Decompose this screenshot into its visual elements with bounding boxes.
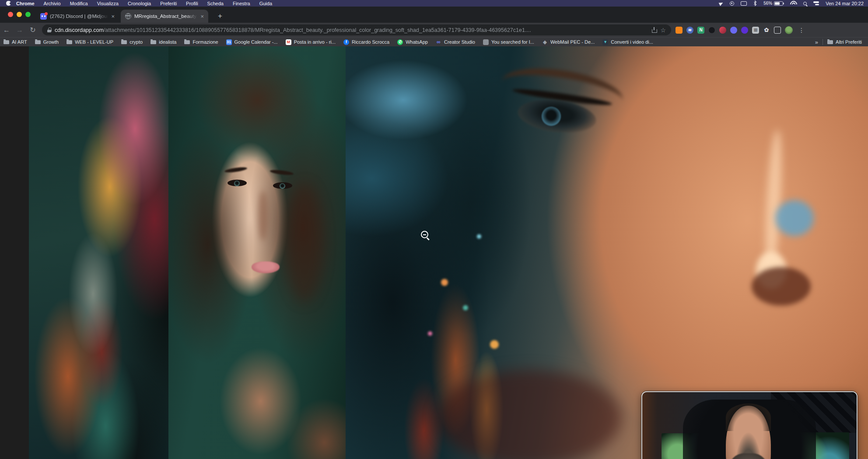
- art-shape: [252, 261, 280, 273]
- close-window-button[interactable]: [8, 12, 13, 17]
- display-icon[interactable]: [741, 1, 747, 6]
- bookmark-label: Formazione: [192, 39, 218, 45]
- indigo-extension-icon[interactable]: [730, 27, 737, 34]
- bookmark-label: idealista: [159, 39, 176, 45]
- bookmark-creator-studio[interactable]: ∞Creator Studio: [436, 39, 475, 45]
- discord-favicon: [40, 13, 47, 20]
- location-services-icon[interactable]: [719, 1, 724, 6]
- new-tab-button[interactable]: +: [215, 11, 225, 21]
- meta-icon: ∞: [436, 39, 441, 45]
- art-shape: [228, 180, 247, 186]
- art-shape: [490, 340, 499, 349]
- bookmark-google-calendar[interactable]: 31Google Calendar -...: [226, 39, 278, 45]
- extensions-puzzle-icon[interactable]: ✿: [763, 27, 770, 34]
- bookmark-converti-video[interactable]: ▼Converti i video di...: [602, 39, 653, 45]
- folder-icon: [827, 40, 833, 44]
- bookmarks-bar: AI ART Growth WEB - LEVEL-UP crypto idea…: [0, 37, 868, 46]
- share-icon[interactable]: [651, 27, 657, 33]
- minimize-window-button[interactable]: [17, 12, 22, 17]
- gmail-icon: M: [286, 39, 291, 45]
- bookmark-webmail-pec[interactable]: ◆WebMail PEC - De...: [542, 39, 595, 45]
- folder-icon: [121, 40, 127, 44]
- menu-finestra[interactable]: Finestra: [233, 1, 250, 6]
- menu-archivio[interactable]: Archivio: [44, 1, 61, 6]
- art-shape: [775, 200, 814, 236]
- art-shape: [286, 184, 323, 302]
- webcam-overlay[interactable]: [641, 391, 858, 459]
- back-button[interactable]: ←: [0, 26, 13, 34]
- extensions-area: ≋ N ⊞ ✿ ⋮: [676, 26, 808, 34]
- folder-icon: [4, 40, 9, 44]
- menu-scheda[interactable]: Scheda: [207, 1, 224, 6]
- bookmark-facebook[interactable]: fRiccardo Scrocca: [343, 39, 389, 45]
- chrome-toolbar: ← → ↻ cdn.discordapp.com/attachments/101…: [0, 23, 868, 37]
- bookmark-you-searched[interactable]: You searched for I...: [483, 39, 534, 45]
- metamask-extension-icon[interactable]: [676, 27, 682, 34]
- tab-discord[interactable]: (2762) Discord | @Midjourney ×: [36, 10, 119, 23]
- menu-preferiti[interactable]: Preferiti: [160, 1, 177, 6]
- bookmark-ai-art[interactable]: AI ART: [4, 39, 27, 45]
- bookmark-star-icon[interactable]: ☆: [660, 27, 666, 34]
- bookmark-label: WEB - LEVEL-UP: [75, 39, 113, 45]
- violet-extension-icon[interactable]: [741, 27, 748, 34]
- menu-guida[interactable]: Guida: [259, 1, 272, 6]
- apple-logo-icon[interactable]: [6, 1, 11, 6]
- menu-visualizza[interactable]: Visualizza: [97, 1, 119, 6]
- url-text[interactable]: cdn.discordapp.com/attachments/101351233…: [55, 27, 648, 33]
- menu-modifica[interactable]: Modifica: [70, 1, 88, 6]
- battery-icon: [774, 1, 783, 6]
- profile-avatar[interactable]: [785, 26, 793, 34]
- tab-image-attachment[interactable]: MRregista_Abstract_beauty._ ×: [121, 10, 208, 23]
- menubar-clock[interactable]: Ven 24 mar 20:22: [826, 1, 864, 6]
- facebook-icon: f: [343, 39, 349, 45]
- google-calendar-icon: 31: [226, 39, 232, 45]
- other-bookmarks[interactable]: Altri Preferiti: [827, 39, 862, 45]
- address-bar[interactable]: cdn.discordapp.com/attachments/101351233…: [42, 24, 671, 35]
- n-extension-icon[interactable]: N: [697, 27, 704, 34]
- converter-icon: ▼: [602, 39, 608, 45]
- bookmark-web-level-up[interactable]: WEB - LEVEL-UP: [66, 39, 113, 45]
- art-shape: [463, 305, 468, 310]
- fullscreen-window-button[interactable]: [25, 12, 31, 17]
- art-shape: [273, 182, 292, 189]
- forward-button[interactable]: →: [13, 26, 26, 34]
- chrome-menu-icon[interactable]: ⋮: [798, 27, 805, 34]
- tab-title: (2762) Discord | @Midjourney: [50, 14, 108, 19]
- menu-profili[interactable]: Profili: [186, 1, 198, 6]
- zoom-out-cursor: [421, 231, 428, 238]
- page-content: [0, 46, 868, 459]
- wifi-icon[interactable]: [790, 1, 797, 6]
- bookmarks-overflow-chevron[interactable]: »: [815, 39, 818, 45]
- lock-icon[interactable]: [47, 28, 51, 32]
- bluetooth-icon[interactable]: [753, 0, 757, 6]
- screen-record-icon[interactable]: [730, 1, 734, 6]
- close-tab-icon[interactable]: ×: [200, 13, 204, 20]
- screen: Chrome Archivio Modifica Visualizza Cron…: [0, 0, 868, 459]
- bookmark-label: crypto: [130, 39, 143, 45]
- battery-status[interactable]: 56%: [763, 1, 783, 6]
- bookmark-crypto[interactable]: crypto: [121, 39, 143, 45]
- control-center-icon[interactable]: [813, 1, 819, 6]
- menu-chrome[interactable]: Chrome: [16, 1, 35, 6]
- spotlight-search-icon[interactable]: [803, 2, 807, 5]
- dark-extension-icon[interactable]: [708, 27, 715, 34]
- bookmark-label: WhatsApp: [406, 39, 428, 45]
- art-shape: [441, 279, 448, 286]
- chrome-tab-strip: (2762) Discord | @Midjourney × MRregista…: [0, 7, 868, 23]
- blue-extension-icon[interactable]: ≋: [686, 27, 693, 34]
- bookmark-label: WebMail PEC - De...: [550, 39, 595, 45]
- reload-button[interactable]: ↻: [26, 26, 39, 34]
- art-shape: [270, 169, 294, 176]
- bookmark-whatsapp[interactable]: ✆WhatsApp: [397, 39, 428, 45]
- grid-extension-icon[interactable]: ⊞: [752, 27, 759, 34]
- menu-cronologia[interactable]: Cronologia: [128, 1, 151, 6]
- bookmark-formazione[interactable]: Formazione: [184, 39, 218, 45]
- close-tab-icon[interactable]: ×: [111, 13, 115, 20]
- side-panel-icon[interactable]: [774, 27, 781, 34]
- bookmark-idealista[interactable]: idealista: [150, 39, 176, 45]
- bookmark-gmail[interactable]: MPosta in arrivo - ri...: [286, 39, 336, 45]
- red-extension-icon[interactable]: [719, 27, 726, 34]
- webmail-icon: ◆: [542, 39, 548, 45]
- tab-title: MRregista_Abstract_beauty._: [134, 14, 197, 19]
- bookmark-growth[interactable]: Growth: [35, 39, 59, 45]
